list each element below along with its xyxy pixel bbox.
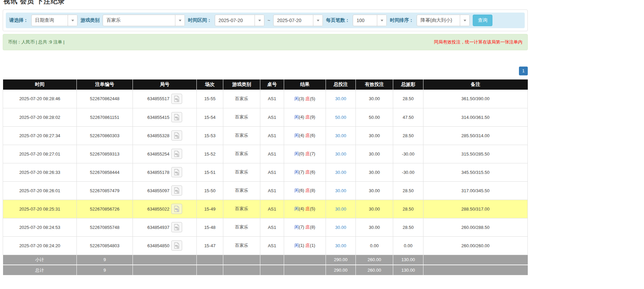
cell-time: 2025-07-20 08:28:02 bbox=[3, 108, 77, 126]
total-bet-link[interactable]: 30.00 bbox=[335, 133, 346, 138]
grand-total-total-bet: 290.00 bbox=[326, 265, 356, 275]
video-replay-button[interactable] bbox=[171, 94, 182, 104]
total-bet-link[interactable]: 50.00 bbox=[335, 115, 346, 120]
cell-time: 2025-07-20 08:24:20 bbox=[3, 236, 77, 255]
total-bet-link[interactable]: 30.00 bbox=[335, 206, 346, 212]
cell-total-bet: 30.00 bbox=[326, 126, 356, 145]
video-replay-button[interactable] bbox=[171, 204, 182, 214]
round-number: 634854850 bbox=[147, 243, 169, 248]
video-file-icon bbox=[173, 132, 180, 139]
date-to-select[interactable]: 2025-07-20 bbox=[273, 15, 323, 26]
filter-panel: 请选择： 日期查询 游戏类别 百家乐 时间区间： 2025-07-20 ~ 20… bbox=[3, 10, 528, 31]
result-banker-score: (8) bbox=[310, 224, 315, 230]
round-number: 634855097 bbox=[147, 188, 169, 193]
search-button[interactable]: 查询 bbox=[473, 15, 492, 26]
cell-session: 15-51 bbox=[197, 163, 223, 181]
cell-valid-bet: 30.00 bbox=[356, 218, 393, 236]
result-banker-score: (7) bbox=[310, 151, 315, 156]
cell-payout: -30.00 bbox=[393, 163, 423, 181]
column-header: 结果 bbox=[284, 79, 326, 90]
cell-bet-id: 522670854803 bbox=[77, 236, 133, 255]
column-header: 总投注 bbox=[326, 79, 356, 90]
cell-total-bet: 30.00 bbox=[326, 145, 356, 163]
page-size-select[interactable]: 100 bbox=[353, 15, 387, 26]
chevron-down-icon bbox=[68, 15, 77, 26]
chevron-down-icon bbox=[313, 15, 323, 26]
table-row: 2025-07-20 08:24:53 522670855748 6348549… bbox=[3, 218, 528, 236]
cell-game-type: 百家乐 bbox=[223, 236, 260, 255]
video-replay-button[interactable] bbox=[171, 130, 182, 141]
cell-bet-id: 522670857479 bbox=[77, 181, 133, 200]
total-bet-link[interactable]: 30.00 bbox=[335, 243, 346, 248]
cell-game-type: 百家乐 bbox=[223, 145, 260, 163]
page-1-button[interactable]: 1 bbox=[519, 67, 528, 75]
total-bet-link[interactable]: 30.00 bbox=[335, 225, 346, 230]
cell-time: 2025-07-20 08:24:53 bbox=[3, 218, 77, 236]
cell-game-type: 百家乐 bbox=[223, 163, 260, 181]
result-player-label: 闲 bbox=[294, 243, 299, 248]
column-header: 局号 bbox=[133, 79, 197, 90]
cell-bet-id: 522670860303 bbox=[77, 126, 133, 145]
filter-bar: 请选择： 日期查询 游戏类别 百家乐 时间区间： 2025-07-20 ~ 20… bbox=[6, 13, 525, 28]
cell-total-bet: 30.00 bbox=[326, 236, 356, 255]
cell-game-type: 百家乐 bbox=[223, 218, 260, 236]
cell-remark: 317.00/345.50 bbox=[423, 181, 528, 200]
video-replay-button[interactable] bbox=[171, 112, 182, 122]
cell-total-bet: 30.00 bbox=[326, 200, 356, 218]
video-file-icon bbox=[173, 169, 180, 176]
result-banker-score: (8) bbox=[310, 188, 315, 193]
cell-game-type: 百家乐 bbox=[223, 126, 260, 145]
cell-payout: 28.50 bbox=[393, 181, 423, 200]
result-player-score: (4) bbox=[299, 114, 304, 120]
cell-table-no: AS1 bbox=[260, 236, 284, 255]
result-banker-score: (6) bbox=[310, 133, 315, 138]
query-type-select[interactable]: 日期查询 bbox=[31, 15, 77, 26]
total-bet-link[interactable]: 30.00 bbox=[335, 170, 346, 175]
result-player-label: 闲 bbox=[294, 96, 299, 101]
time-sort-select[interactable]: 降幂(由大到小) bbox=[417, 15, 470, 26]
cell-game-type: 百家乐 bbox=[223, 181, 260, 200]
result-banker-label: 庄 bbox=[306, 206, 310, 211]
total-bet-link[interactable]: 30.00 bbox=[335, 188, 346, 193]
column-header: 时间 bbox=[3, 79, 77, 90]
result-player-score: (6) bbox=[299, 188, 304, 193]
video-file-icon bbox=[173, 95, 180, 102]
result-player-label: 闲 bbox=[294, 114, 299, 120]
cell-table-no: AS1 bbox=[260, 126, 284, 145]
page-size-label: 每页笔数： bbox=[326, 17, 350, 23]
subtotal-total-bet: 290.00 bbox=[326, 255, 356, 265]
cell-remark: 260.00/260.00 bbox=[423, 236, 528, 255]
cell-bet-id: 522670858444 bbox=[77, 163, 133, 181]
select-type-label: 请选择： bbox=[9, 17, 28, 23]
date-from-select[interactable]: 2025-07-20 bbox=[215, 15, 264, 26]
result-banker-score: (5) bbox=[310, 206, 315, 211]
video-replay-button[interactable] bbox=[171, 222, 182, 232]
cell-session: 15-49 bbox=[197, 200, 223, 218]
cell-time: 2025-07-20 08:27:34 bbox=[3, 126, 77, 145]
cell-total-bet: 30.00 bbox=[326, 218, 356, 236]
cell-round-id: 634854937 bbox=[133, 218, 197, 236]
total-bet-link[interactable]: 30.00 bbox=[335, 151, 346, 157]
result-player-score: (3) bbox=[299, 96, 304, 101]
round-number: 634855415 bbox=[147, 115, 169, 120]
game-type-select[interactable]: 百家乐 bbox=[103, 15, 185, 26]
video-replay-button[interactable] bbox=[171, 149, 182, 159]
cell-table-no: AS1 bbox=[260, 181, 284, 200]
video-replay-button[interactable] bbox=[171, 185, 182, 196]
result-banker-score: (1) bbox=[310, 243, 315, 248]
cell-result: 闲(4) 庄(5) bbox=[284, 200, 326, 218]
video-replay-button[interactable] bbox=[171, 167, 182, 177]
result-banker-label: 庄 bbox=[306, 169, 310, 175]
result-player-label: 闲 bbox=[294, 188, 299, 193]
currency-summary-text: 币别：人民币 | 总共 :9 注单 | bbox=[8, 39, 65, 45]
video-replay-button[interactable] bbox=[171, 240, 182, 251]
round-number: 634854937 bbox=[147, 225, 169, 230]
cell-result: 闲(7) 庄(8) bbox=[284, 218, 326, 236]
cell-session: 15-55 bbox=[197, 90, 223, 108]
cell-payout: 28.50 bbox=[393, 90, 423, 108]
total-bet-link[interactable]: 30.00 bbox=[335, 96, 346, 101]
round-number: 634855328 bbox=[147, 133, 169, 138]
cell-session: 15-53 bbox=[197, 126, 223, 145]
table-header-row: 时间注单编号局号场次游戏类别桌号结果总投注有效投注总派彩备注 bbox=[3, 79, 528, 90]
column-header: 注单编号 bbox=[77, 79, 133, 90]
